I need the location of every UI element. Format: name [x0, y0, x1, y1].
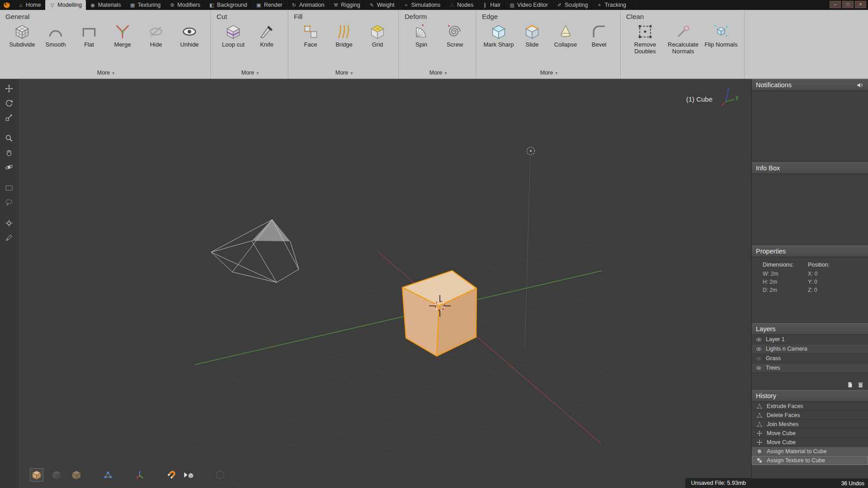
pan-tool-button[interactable] [3, 147, 15, 159]
bridge-icon [335, 23, 353, 40]
bridge-button[interactable]: Bridge [327, 22, 361, 48]
merge-button[interactable]: Merge [106, 22, 139, 48]
tab-weight[interactable]: ✎Weight [365, 0, 399, 10]
cube-object[interactable] [402, 271, 476, 356]
edge-mode-button[interactable] [50, 468, 63, 482]
tab-simulations[interactable]: ≈Simulations [399, 0, 445, 10]
hide-button[interactable]: Hide [139, 22, 173, 48]
chevron-down-icon: ▾ [444, 70, 447, 75]
tab-home[interactable]: ⌂Home [14, 0, 45, 10]
history-item[interactable]: Assign Material to Cube [752, 447, 868, 456]
speaker-icon[interactable] [856, 81, 864, 89]
wireframe-object[interactable] [211, 219, 299, 282]
eye-icon[interactable] [755, 365, 762, 371]
tab-hair[interactable]: ∥Hair [478, 0, 505, 10]
properties-panel-header[interactable]: Properties [752, 245, 868, 257]
knife-button[interactable]: Knife [250, 22, 283, 48]
slide-button[interactable]: Slide [515, 22, 549, 48]
grid-button[interactable]: Grid [361, 22, 394, 48]
unhide-icon [181, 23, 198, 40]
face-mode-button[interactable] [70, 468, 83, 482]
cut-more-button[interactable]: More▾ [217, 68, 283, 78]
history-panel-header[interactable]: History [752, 390, 868, 402]
unhide-button[interactable]: Unhide [173, 22, 206, 48]
recalculate-normals-button[interactable]: Recalculate Normals [664, 22, 702, 55]
snap-toggle-button[interactable] [165, 468, 178, 482]
history-item[interactable]: Move Cube [752, 438, 868, 447]
merge-icon [114, 23, 131, 40]
vertex-mode-button[interactable] [30, 468, 43, 482]
bevel-button[interactable]: Bevel [582, 22, 616, 48]
pencil-icon [5, 233, 14, 242]
tab-rigging[interactable]: ⚒Rigging [329, 0, 364, 10]
tab-label: Animation [299, 2, 325, 8]
annotate-tool-button[interactable] [3, 232, 15, 244]
notifications-panel-header[interactable]: Notifications [752, 79, 868, 91]
layer-row[interactable]: Trees [752, 363, 868, 373]
layer-row[interactable]: Layer 1 [752, 335, 868, 344]
layer-row[interactable]: Lights n Camera [752, 344, 868, 354]
eye-icon[interactable] [755, 336, 762, 343]
smooth-button[interactable]: Smooth [39, 22, 72, 48]
history-item[interactable]: Move Cube [752, 429, 868, 438]
maximize-button[interactable]: □ [842, 1, 854, 8]
face-button[interactable]: Face [294, 22, 327, 48]
box-select-tool-button[interactable] [3, 182, 15, 194]
move-tool-button[interactable] [3, 83, 15, 94]
collapse-button[interactable]: Collapse [549, 22, 582, 48]
delete-layer-icon[interactable] [857, 381, 864, 389]
tab-video-editor[interactable]: ▥Video Editor [505, 0, 552, 10]
new-layer-icon[interactable] [846, 381, 854, 389]
deform-more-button[interactable]: More▾ [405, 68, 472, 78]
tab-tracking[interactable]: ⌖Tracking [592, 0, 630, 10]
loop-cut-button[interactable]: Loop cut [217, 22, 250, 48]
tab-sculpting[interactable]: ✐Sculpting [552, 0, 592, 10]
infobox-panel-header[interactable]: Info Box [752, 162, 868, 174]
tab-nodes[interactable]: ∴Nodes [445, 0, 478, 10]
falloff-button[interactable] [213, 468, 227, 482]
rotate-tool-button[interactable] [3, 97, 15, 109]
tab-modelling[interactable]: ▽Modelling [45, 0, 86, 10]
tab-background[interactable]: ◧Background [205, 0, 252, 10]
3d-viewport[interactable]: (1) Cube z y Unsaved File: 5.93mb [18, 79, 751, 488]
mark-sharp-button[interactable]: Mark Sharp [482, 22, 515, 48]
tab-modifiers[interactable]: ⚙Modifiers [165, 0, 205, 10]
spin-button[interactable]: Spin [405, 22, 438, 48]
eye-icon[interactable] [755, 355, 762, 362]
proportional-edit-button[interactable] [182, 468, 195, 482]
minimize-button[interactable]: – [830, 1, 841, 8]
transform-orientation-button[interactable] [133, 468, 146, 482]
close-button[interactable]: × [855, 1, 866, 8]
cursor-tool-button[interactable] [3, 217, 15, 229]
tab-render[interactable]: ▣Render [252, 0, 287, 10]
flip-normals-button[interactable]: Flip Normals [702, 22, 740, 48]
tab-animation[interactable]: ↻Animation [287, 0, 329, 10]
history-item[interactable]: Delete Faces [752, 411, 868, 420]
history-item-current[interactable]: Assign Texture to Cube [752, 456, 868, 465]
history-item[interactable]: Extrude Faces [752, 402, 868, 411]
snap-element-button[interactable] [101, 468, 115, 482]
tab-materials[interactable]: ◉Materials [86, 0, 126, 10]
subdivide-button[interactable]: Subdivide [5, 22, 39, 48]
flat-button[interactable]: Flat [72, 22, 106, 48]
history-item[interactable]: Join Meshes [752, 420, 868, 429]
lasso-select-tool-button[interactable] [3, 197, 15, 208]
orbit-tool-button[interactable] [3, 161, 15, 173]
fill-more-button[interactable]: More▾ [294, 68, 394, 78]
scale-tool-button[interactable] [3, 112, 15, 123]
remove-doubles-button[interactable]: Remove Doubles [626, 22, 664, 55]
position-x: X: 0 [808, 271, 853, 277]
lamp-object[interactable] [525, 147, 535, 349]
scale-icon [5, 113, 14, 122]
tab-texturing[interactable]: ▦Texturing [126, 0, 165, 10]
screw-button[interactable]: Screw [438, 22, 472, 48]
eye-icon[interactable] [755, 346, 762, 352]
zoom-tool-button[interactable] [3, 132, 15, 144]
edge-more-button[interactable]: More▾ [482, 68, 616, 78]
layer-row[interactable]: Grass [752, 354, 868, 363]
general-more-button[interactable]: More▾ [5, 68, 206, 78]
app-logo [0, 0, 14, 10]
navigation-gizmo[interactable]: z y [720, 89, 741, 112]
layers-panel-header[interactable]: Layers [752, 323, 868, 335]
grid-icon [369, 23, 386, 40]
